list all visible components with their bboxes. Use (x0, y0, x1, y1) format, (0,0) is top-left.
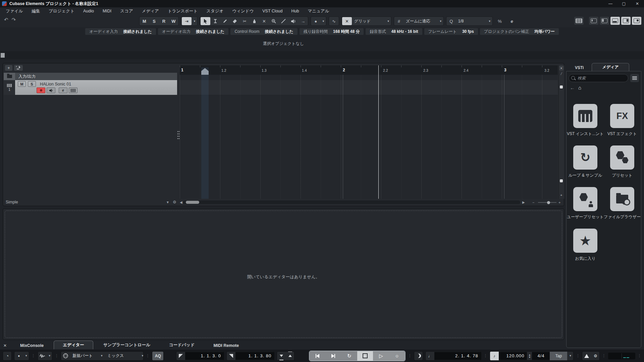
vertical-zoom-in-icon[interactable]: + (559, 193, 564, 197)
onscreen-keyboard-icon[interactable] (574, 17, 584, 25)
undo-icon[interactable]: ↶ (4, 17, 8, 23)
autoscroll-caret-icon[interactable]: ▼ (192, 20, 197, 23)
media-tile-vst-instruments[interactable]: VST インスト...ント (569, 104, 602, 137)
punch-in-icon[interactable] (277, 352, 286, 360)
media-search-input[interactable] (569, 74, 628, 82)
draw-tool[interactable] (220, 17, 230, 25)
midi-mix-mode-value[interactable]: ミックス (105, 353, 140, 359)
menu-vst-cloud[interactable]: VST Cloud (258, 7, 287, 15)
auto-quantize-button[interactable]: AQ (152, 352, 164, 360)
mute-all-button[interactable]: M (140, 17, 149, 25)
horizontal-zoom-thumb[interactable] (547, 201, 550, 204)
audio-record-mode-caret-icon[interactable]: ▼ (47, 354, 53, 357)
menu-manual[interactable]: マニュアル (303, 7, 333, 15)
scrub-tool[interactable]: → (298, 17, 308, 25)
menu-media[interactable]: メディア (138, 7, 163, 15)
tap-tempo-button[interactable]: Tap (550, 352, 567, 360)
snap-type-value[interactable]: グリッド (352, 18, 386, 24)
menu-midi[interactable]: MIDI (98, 7, 116, 15)
quantize-panel-icon[interactable]: e (507, 17, 517, 25)
play-tool[interactable] (288, 17, 298, 25)
media-tile-vst-effects[interactable]: FX VST エフェクト (606, 104, 639, 137)
go-to-end-button[interactable] (325, 351, 341, 361)
punch-out-icon[interactable] (286, 352, 294, 360)
use-track-preset-button[interactable] (14, 65, 23, 71)
record-button[interactable]: ○ (389, 351, 405, 361)
color-menu-caret-icon[interactable]: ▼ (321, 20, 326, 23)
erase-tool[interactable] (230, 17, 240, 25)
metronome-icon[interactable] (582, 352, 591, 360)
redo-icon[interactable]: ↷ (12, 17, 16, 23)
track-monitor-button[interactable] (47, 87, 55, 93)
vertical-zoom-thumb[interactable] (560, 179, 563, 182)
right-locator-flag-icon[interactable] (227, 352, 235, 360)
track-solo-button[interactable]: S (28, 81, 36, 87)
range-selection-tool[interactable] (211, 17, 220, 25)
media-tile-loops-samples[interactable]: ↻ ループ & サンプル (569, 145, 602, 178)
left-zone-toggle-icon[interactable] (589, 17, 598, 25)
record-mode-icon[interactable]: ● (14, 352, 23, 360)
ruler-options-caret-icon[interactable]: ▼ (559, 66, 564, 70)
lower-zone-toggle-icon[interactable] (610, 17, 620, 25)
tab-midi-remote[interactable]: MIDI Remote (205, 342, 248, 349)
cycle-button[interactable]: ↻ (341, 351, 357, 361)
left-locator-flag-icon[interactable] (176, 352, 185, 360)
record-mode-caret-icon[interactable]: ▼ (23, 354, 29, 357)
io-channels-header[interactable]: 入力/出力 (4, 73, 177, 80)
add-track-button[interactable]: + (5, 65, 12, 71)
track-instrument-button[interactable] (69, 87, 77, 93)
track-name[interactable]: HALion Sonic 01 (40, 82, 71, 86)
preset-caret-icon[interactable]: ▼ (166, 200, 169, 204)
time-format-note-icon[interactable]: ♩ (426, 352, 434, 360)
tab-sampler-control[interactable]: サンプラーコントロール (95, 341, 159, 349)
menu-studio[interactable]: スタジオ (202, 7, 228, 15)
quantize-value[interactable]: 1/8 (456, 19, 487, 23)
list-view-icon[interactable] (630, 74, 639, 82)
tempo-caret-icon[interactable]: ▼ (567, 354, 573, 357)
window-layout-setup-icon[interactable] (632, 17, 641, 25)
metronome-settings-gear-icon[interactable]: ⚙ (591, 352, 599, 360)
solo-all-button[interactable]: S (149, 17, 159, 25)
record-time-remaining[interactable]: 残り録音時間168 時間 48 分 (300, 28, 364, 35)
scroll-left-icon[interactable]: ◀ (180, 200, 182, 204)
iterative-quantize-icon[interactable]: % (495, 17, 505, 25)
audio-input-status[interactable]: オーディオ入力接続されました (85, 28, 156, 35)
track-halion-sonic[interactable]: 1 M S HALion Sonic 01 e (4, 80, 177, 95)
menu-edit[interactable]: 編集 (27, 7, 44, 15)
media-tile-presets[interactable]: プリセット (606, 145, 639, 178)
horizontal-scroll-thumb[interactable] (186, 201, 199, 204)
tab-chord-pads[interactable]: コードパッド (160, 341, 203, 349)
read-automation-button[interactable]: R (159, 17, 169, 25)
play-button[interactable]: ▷ (373, 351, 389, 361)
time-signature-value[interactable]: 4/4 (532, 352, 550, 360)
workspace-settings-gear-icon[interactable]: ⚙ (173, 200, 176, 204)
go-to-start-button[interactable] (310, 351, 325, 361)
menu-audio[interactable]: Audio (79, 7, 98, 15)
vertical-scroll-thumb[interactable] (560, 85, 563, 88)
right-locator-value[interactable]: 1. 1. 3. 80 (235, 352, 274, 360)
quantize-icon[interactable]: Q (446, 17, 456, 25)
primary-time-value[interactable]: 2. 1. 4. 78 (434, 352, 481, 360)
tab-editor[interactable]: エディター (54, 341, 93, 349)
audio-record-mode-icon[interactable] (38, 352, 47, 360)
grid-type-icon[interactable]: # (394, 17, 404, 25)
frame-rate[interactable]: フレームレート30 fps (424, 28, 478, 35)
inspector-toggle-icon[interactable] (600, 17, 609, 25)
maximize-button[interactable]: ▢ (617, 0, 631, 7)
track-edit-button[interactable]: e (59, 87, 67, 93)
autoscroll-icon[interactable]: ⇥ (182, 17, 192, 25)
menu-score[interactable]: スコア (116, 7, 137, 15)
horizontal-scrollbar[interactable] (183, 200, 520, 204)
control-room-status[interactable]: Control Room接続されました (230, 28, 297, 35)
workspace-preset-name[interactable]: Simple (3, 200, 18, 204)
split-tool[interactable]: ✂ (240, 17, 250, 25)
grid-type-value[interactable]: ズームに適応 (404, 18, 438, 24)
lower-zone-close-icon[interactable]: ✕ (0, 343, 10, 349)
snap-zero-crossing-icon[interactable]: ∿ (329, 17, 339, 25)
vertical-scroll-strip[interactable]: ▼ ╱ + (558, 65, 564, 199)
tab-media[interactable]: メディア (592, 63, 629, 71)
home-icon[interactable]: ⌂ (578, 85, 581, 90)
scroll-right-icon[interactable]: ▶ (522, 200, 525, 204)
menu-file[interactable]: ファイル (1, 7, 27, 15)
right-zone-toggle-icon[interactable] (621, 17, 631, 25)
